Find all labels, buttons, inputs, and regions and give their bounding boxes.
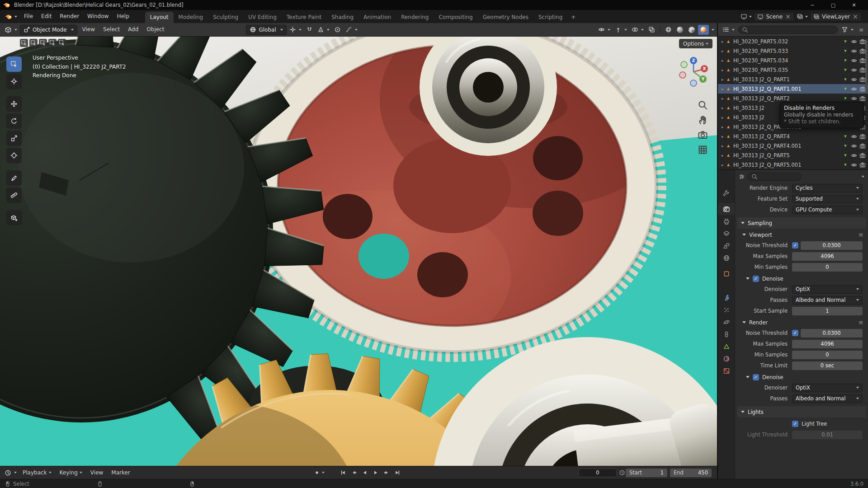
timeline-menu-playback[interactable]: Playback: [19, 466, 56, 479]
expand-arrow-icon[interactable]: ▸: [722, 106, 727, 110]
properties-tab-constraints[interactable]: [718, 328, 735, 340]
hide-in-viewport-icon[interactable]: [850, 152, 858, 159]
scene-selector[interactable]: Scene: [754, 12, 794, 21]
workspace-tab-compositing[interactable]: Compositing: [434, 12, 477, 23]
object-name[interactable]: HI_30313 J2_Q_PART2: [733, 95, 790, 102]
expand-arrow-icon[interactable]: ▸: [722, 96, 727, 101]
noise-threshold-field[interactable]: 0.0300: [801, 329, 863, 338]
zoom-icon[interactable]: [698, 100, 708, 110]
mode-dropdown[interactable]: Object Mode: [20, 25, 77, 35]
select-mode-invert-button[interactable]: [48, 39, 57, 47]
properties-tab-modifiers[interactable]: [718, 291, 735, 304]
disable-in-renders-icon[interactable]: [859, 152, 866, 159]
navigation-gizmo[interactable]: Z X Y: [676, 55, 711, 89]
add-workspace-button[interactable]: +: [567, 12, 579, 23]
passes-dropdown[interactable]: Albedo and Normal: [792, 394, 863, 403]
shading-material-button[interactable]: [686, 25, 697, 35]
hide-in-viewport-icon[interactable]: [850, 38, 858, 45]
timeline-menu-marker[interactable]: Marker: [107, 466, 134, 479]
disable-in-renders-icon[interactable]: [859, 133, 866, 140]
hide-in-viewport-icon[interactable]: [850, 143, 858, 149]
expand-arrow-icon[interactable]: ▸: [722, 58, 727, 63]
outliner-row[interactable]: ▸▲HI_30313 J2_Q_PART5▼: [718, 150, 868, 160]
select-mode-intersect-button[interactable]: [58, 39, 66, 47]
noise-threshold-checkbox[interactable]: ✓: [792, 330, 798, 336]
timeline-menu-keying[interactable]: Keying: [56, 466, 86, 479]
outliner-options-button[interactable]: ≡: [857, 25, 865, 35]
falloff-button[interactable]: [344, 25, 359, 35]
jump-start-button[interactable]: [338, 468, 348, 477]
object-name[interactable]: HI_30313 J2: [733, 105, 764, 111]
denoise-checkbox[interactable]: ✓: [753, 374, 759, 380]
tool-annotate[interactable]: [6, 170, 22, 186]
next-key-button[interactable]: [382, 468, 392, 477]
unlink-scene-icon[interactable]: [785, 14, 791, 20]
render-engine-dropdown[interactable]: Cycles: [792, 184, 863, 192]
workspace-tab-modeling[interactable]: Modeling: [174, 12, 208, 23]
expand-arrow-icon[interactable]: ▸: [722, 77, 727, 82]
outliner-row[interactable]: ▸▲HI_30313 J2_Q_PART5.001▼: [718, 160, 868, 169]
outliner-editor-button[interactable]: [721, 25, 736, 35]
outliner-row[interactable]: ▸▲HI_30313 J2_Q_PART4.001▼: [718, 141, 868, 150]
expand-arrow-icon[interactable]: ▸: [722, 87, 727, 91]
workspace-tab-rendering[interactable]: Rendering: [396, 12, 434, 23]
workspace-tab-shading[interactable]: Shading: [326, 12, 359, 23]
denoiser-dropdown[interactable]: OptiX: [792, 285, 863, 294]
prev-key-button[interactable]: [349, 468, 359, 477]
maximize-button[interactable]: ▢: [823, 0, 844, 10]
minimize-button[interactable]: ─: [802, 0, 823, 10]
remove-viewlayer-icon[interactable]: [852, 14, 859, 20]
properties-search-input[interactable]: [748, 173, 801, 181]
start-sample-field[interactable]: 1: [792, 307, 863, 315]
jump-end-button[interactable]: [392, 468, 402, 477]
object-name[interactable]: HI_30230_PART5.034: [733, 57, 788, 64]
disable-in-renders-icon[interactable]: [859, 143, 866, 149]
panel-header-sampling[interactable]: Sampling: [737, 217, 866, 229]
snap-target-button[interactable]: [316, 25, 331, 35]
subpanel-vp-denoise[interactable]: ✓ Denoise: [735, 273, 868, 284]
toggle-ortho-icon[interactable]: [698, 145, 708, 155]
light-threshold-field[interactable]: 0.01: [792, 431, 863, 439]
hide-in-viewport-icon[interactable]: [850, 95, 858, 102]
passes-dropdown[interactable]: Albedo and Normal: [792, 296, 863, 305]
hide-in-viewport-icon[interactable]: [850, 48, 858, 54]
outliner-row[interactable]: ▸▲HI_30313 J2_Q_PART1.001▼: [718, 84, 868, 94]
snap-toggle-button[interactable]: [304, 25, 315, 35]
denoise-checkbox[interactable]: ✓: [753, 276, 759, 282]
min-samples-field[interactable]: 0: [792, 263, 863, 272]
hide-in-viewport-icon[interactable]: [850, 57, 858, 64]
outliner-row[interactable]: ▸▲HI_30230_PART5.035▼: [718, 65, 868, 75]
properties-tab-object[interactable]: [718, 267, 735, 280]
menu-file[interactable]: File: [20, 10, 37, 23]
viewport-menu-add[interactable]: Add: [124, 23, 142, 36]
tool-add-cube[interactable]: [6, 210, 22, 225]
object-name[interactable]: HI_30313 J2_Q_PART4.001: [733, 143, 801, 149]
show-gizmo-button[interactable]: [613, 25, 629, 35]
select-mode-extend-button[interactable]: [29, 39, 38, 47]
subpanel-r-denoise[interactable]: ✓ Denoise: [735, 372, 868, 382]
menu-help[interactable]: Help: [113, 10, 133, 23]
camera-view-icon[interactable]: [698, 130, 708, 140]
hide-in-viewport-icon[interactable]: [850, 86, 858, 92]
properties-tab-particles[interactable]: [718, 304, 735, 316]
proportional-edit-button[interactable]: [332, 25, 343, 35]
menu-edit[interactable]: Edit: [37, 10, 56, 23]
timeline-menu-view[interactable]: View: [86, 466, 107, 479]
orientation-dropdown[interactable]: Global: [246, 25, 286, 35]
workspace-tab-layout[interactable]: Layout: [145, 12, 174, 23]
properties-tab-render[interactable]: [718, 203, 735, 215]
shading-solid-button[interactable]: [675, 25, 685, 35]
view-layer-selector[interactable]: ViewLayer: [810, 12, 862, 21]
max-samples-field[interactable]: 4096: [792, 340, 863, 348]
properties-tab-viewlayer[interactable]: [718, 227, 735, 239]
workspace-tab-geometry-nodes[interactable]: Geometry Nodes: [478, 12, 533, 23]
subpanel-render[interactable]: Render ≡: [735, 317, 868, 328]
frame-start-field[interactable]: Start 1: [626, 469, 667, 477]
object-name[interactable]: HI_30230_PART5.033: [733, 48, 788, 54]
object-name[interactable]: HI_30230_PART5.032: [733, 38, 788, 45]
workspace-tab-uv-editing[interactable]: UV Editing: [243, 12, 282, 23]
tool-scale[interactable]: [6, 131, 22, 146]
play-button[interactable]: [371, 468, 381, 477]
object-name[interactable]: HI_30313 J2_Q_PART1: [733, 76, 790, 83]
close-button[interactable]: ✕: [844, 0, 864, 10]
